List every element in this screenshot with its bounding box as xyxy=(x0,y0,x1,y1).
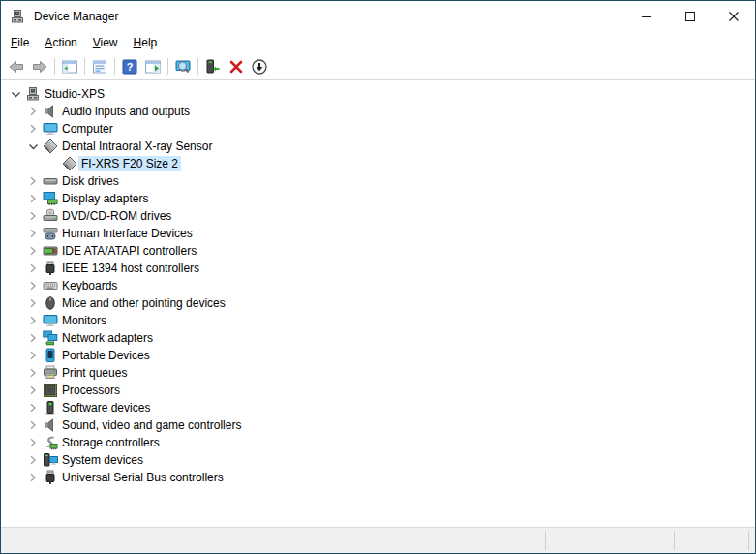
forward-button[interactable] xyxy=(28,55,51,78)
tree-item-usb-controllers[interactable]: Universal Serial Bus controllers xyxy=(1,469,755,486)
tree-item-hid[interactable]: Human Interface Devices xyxy=(1,225,755,242)
device-manager-app-icon xyxy=(10,9,25,24)
tree-item-monitors[interactable]: Monitors xyxy=(1,312,755,329)
menu-action[interactable]: Action xyxy=(37,33,84,52)
chevron-right-icon[interactable] xyxy=(24,347,42,364)
show-action-pane-button[interactable] xyxy=(141,55,165,78)
tree-item-software-devices[interactable]: Software devices xyxy=(1,399,755,416)
tree-item-processors[interactable]: Processors xyxy=(1,382,755,399)
chevron-right-icon[interactable] xyxy=(24,103,42,120)
properties-icon xyxy=(91,58,108,76)
tree-item-studio-xps[interactable]: Studio-XPS xyxy=(1,85,755,103)
scan-hardware-changes-icon xyxy=(174,58,192,76)
tree-item-label: Display adapters xyxy=(59,191,151,206)
printer-icon xyxy=(42,365,59,381)
menu-bar: File Action View Help xyxy=(1,31,755,53)
tree-item-disk-drives[interactable]: Disk drives xyxy=(1,172,755,190)
chevron-right-icon[interactable] xyxy=(24,277,42,294)
tree-item-label: Universal Serial Bus controllers xyxy=(59,470,227,485)
tree-item-fi-xrs-f20[interactable]: FI-XRS F20 Size 2 xyxy=(1,155,755,172)
tree-item-label: System devices xyxy=(59,452,146,468)
tree-item-mice[interactable]: Mice and other pointing devices xyxy=(1,294,755,312)
device-tree: Studio-XPS Audio inputs and outputs Comp… xyxy=(1,80,755,527)
chevron-down-icon[interactable] xyxy=(24,138,42,155)
tree-item-label: Storage controllers xyxy=(59,435,163,450)
chevron-right-icon[interactable] xyxy=(24,399,42,416)
scan-hardware-changes-button[interactable] xyxy=(171,55,195,78)
disable-device-button[interactable] xyxy=(248,55,271,78)
chevron-right-icon[interactable] xyxy=(24,312,42,329)
tree-item-ieee1394[interactable]: IEEE 1394 host controllers xyxy=(1,260,755,277)
tree-item-computer[interactable]: Computer xyxy=(1,120,755,138)
tree-item-storage-controllers[interactable]: Storage controllers xyxy=(1,434,755,451)
tree-item-network-adapters[interactable]: Network adapters xyxy=(1,329,755,347)
menu-view[interactable]: View xyxy=(85,33,126,52)
tree-item-label: Print queues xyxy=(59,365,130,381)
chevron-right-icon[interactable] xyxy=(24,364,42,382)
chevron-right-icon[interactable] xyxy=(24,451,42,469)
tree-item-display-adapters[interactable]: Display adapters xyxy=(1,190,755,207)
chevron-right-icon[interactable] xyxy=(24,434,42,451)
tree-item-dental-xray-sensor[interactable]: Dental Intraoral X-ray Sensor xyxy=(1,138,755,155)
tree-item-keyboards[interactable]: Keyboards xyxy=(1,277,755,294)
tree-item-label: IDE ATA/ATAPI controllers xyxy=(59,243,199,259)
properties-button[interactable] xyxy=(88,55,111,78)
chevron-right-icon[interactable] xyxy=(24,242,42,260)
update-driver-button[interactable] xyxy=(201,55,225,78)
tree-item-label: Network adapters xyxy=(59,330,156,346)
maximize-button[interactable] xyxy=(668,1,711,31)
tree-item-label: DVD/CD-ROM drives xyxy=(59,208,174,224)
tree-item-system-devices[interactable]: System devices xyxy=(1,451,755,469)
chevron-right-icon[interactable] xyxy=(24,294,42,312)
chevron-right-icon[interactable] xyxy=(24,120,42,138)
back-button[interactable] xyxy=(5,55,28,78)
tree-item-label-selected: FI-XRS F20 Size 2 xyxy=(78,156,181,171)
tree-item-label: Audio inputs and outputs xyxy=(59,104,193,119)
tree-item-label: Disk drives xyxy=(59,173,122,189)
chevron-right-icon[interactable] xyxy=(24,469,42,486)
chevron-right-icon[interactable] xyxy=(24,190,42,207)
minimize-button[interactable] xyxy=(624,1,668,31)
menu-file[interactable]: File xyxy=(3,33,37,52)
keyboard-icon xyxy=(42,278,59,293)
chevron-right-icon[interactable] xyxy=(24,260,42,277)
status-bar xyxy=(1,527,755,553)
tree-item-audio-inputs[interactable]: Audio inputs and outputs xyxy=(1,103,755,120)
toolbar-separator xyxy=(54,58,55,75)
toolbar-separator xyxy=(197,58,198,75)
show-console-tree-icon xyxy=(61,58,78,76)
help-button[interactable]: ? xyxy=(118,55,141,78)
close-icon xyxy=(729,12,739,21)
toolbar-separator xyxy=(167,58,168,75)
show-console-tree-button[interactable] xyxy=(58,55,81,78)
tree-item-dvd-cdrom[interactable]: DVD/CD-ROM drives xyxy=(1,207,755,225)
chevron-down-icon[interactable] xyxy=(7,85,24,103)
chevron-right-icon[interactable] xyxy=(24,382,42,399)
close-button[interactable] xyxy=(711,1,755,31)
tree-item-portable-devices[interactable]: Portable Devices xyxy=(1,347,755,364)
network-adapter-icon xyxy=(42,330,59,346)
disable-device-icon xyxy=(251,58,268,76)
menu-help[interactable]: Help xyxy=(126,33,166,52)
chevron-right-icon[interactable] xyxy=(24,207,42,225)
firewire-plug-icon xyxy=(42,261,59,276)
tree-item-label: Human Interface Devices xyxy=(59,226,196,241)
statusbar-separator xyxy=(545,531,546,550)
toolbar-separator xyxy=(84,58,85,75)
computer-pc-icon xyxy=(24,86,42,102)
maximize-icon xyxy=(685,12,695,21)
tree-item-label: Computer xyxy=(59,121,116,137)
chevron-right-icon[interactable] xyxy=(24,329,42,347)
uninstall-device-button[interactable] xyxy=(225,55,248,78)
tree-item-ide-controllers[interactable]: IDE ATA/ATAPI controllers xyxy=(1,242,755,260)
chevron-right-icon[interactable] xyxy=(24,416,42,434)
title-bar: Device Manager xyxy=(1,1,755,31)
chevron-right-icon[interactable] xyxy=(24,172,42,190)
tree-item-sound-video-game[interactable]: Sound, video and game controllers xyxy=(1,416,755,434)
tree-item-label: Dental Intraoral X-ray Sensor xyxy=(59,138,215,154)
chevron-right-icon[interactable] xyxy=(24,225,42,242)
tree-item-label: Software devices xyxy=(59,400,153,416)
tree-item-print-queues[interactable]: Print queues xyxy=(1,364,755,382)
help-icon: ? xyxy=(121,58,138,76)
portable-device-icon xyxy=(42,348,59,363)
